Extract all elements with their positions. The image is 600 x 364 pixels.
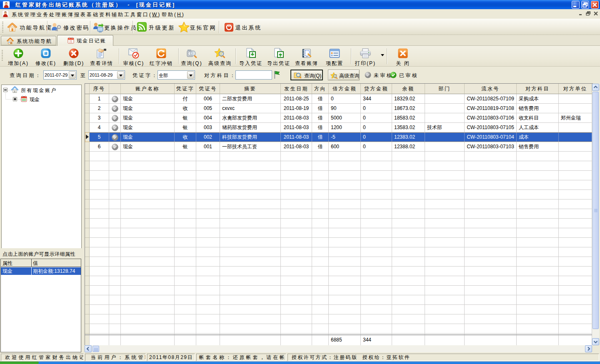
svg-text:21: 21 bbox=[69, 40, 72, 43]
